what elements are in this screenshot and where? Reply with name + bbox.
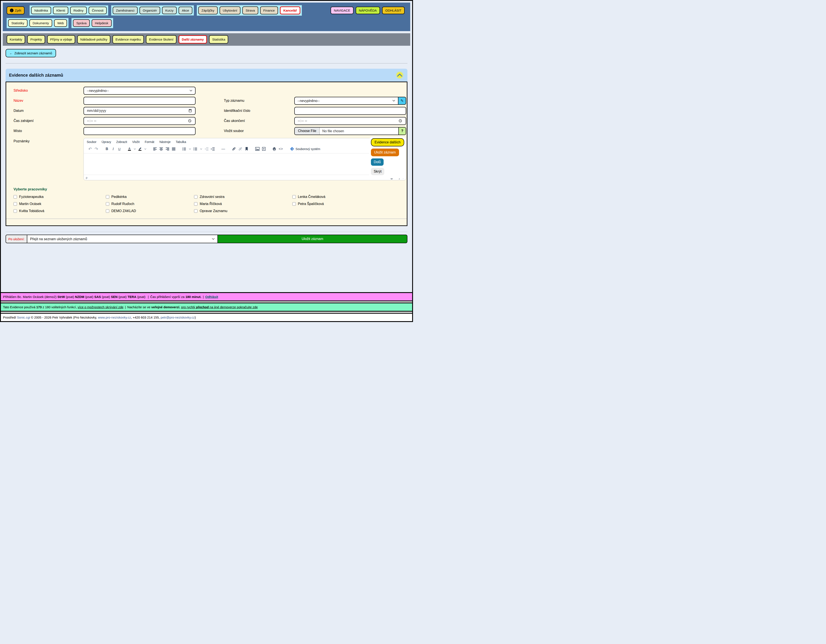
nav-akce[interactable]: Akce xyxy=(179,7,192,14)
misto-input[interactable] xyxy=(84,127,196,135)
quick-skryt-button[interactable]: Skrýt xyxy=(371,168,384,175)
menu-nastroje[interactable]: Nástroje xyxy=(160,140,171,144)
numbered-list-icon[interactable] xyxy=(193,147,197,151)
undo-icon[interactable]: ↶ xyxy=(88,147,92,151)
nav-zamestnanci[interactable]: Zaměstnanci xyxy=(113,7,138,14)
horizontal-rule-icon[interactable]: — xyxy=(221,147,225,151)
hide-functions-link[interactable]: více o možnostech skrývání zde xyxy=(78,305,123,309)
worker-checkbox[interactable] xyxy=(292,195,296,199)
nav-cinnosti[interactable]: Činnosti xyxy=(88,7,107,14)
link-icon[interactable] xyxy=(232,147,236,151)
menu-format[interactable]: Formát xyxy=(145,140,154,144)
worker-checkbox[interactable] xyxy=(194,202,197,206)
text-color-icon[interactable]: A xyxy=(128,147,131,151)
tab-evidence-majetku[interactable]: Evidence majetku xyxy=(112,35,144,43)
after-save-select[interactable]: Přejít na seznam uložených záznamů xyxy=(27,235,217,243)
worker-item[interactable]: Opravar Zaznamu xyxy=(194,209,292,213)
highlight-color-icon[interactable] xyxy=(138,147,141,151)
typ-zaznamu-select[interactable]: --nevyplněno-- xyxy=(295,97,398,104)
menu-zobrazit[interactable]: Zobrazit xyxy=(116,140,127,144)
worker-item[interactable]: Rudolf Ruďoch xyxy=(106,202,194,206)
nav-kancelar-active[interactable]: Kancelář xyxy=(280,6,300,14)
file-help-button[interactable]: ? xyxy=(398,127,406,135)
anchor-bookmark-icon[interactable] xyxy=(245,147,248,151)
align-center-icon[interactable] xyxy=(159,147,163,151)
bold-icon[interactable]: B xyxy=(105,147,109,151)
file-input[interactable] xyxy=(295,127,398,135)
menu-tabulka[interactable]: Tabulka xyxy=(176,140,186,144)
menu-upravy[interactable]: Úpravy xyxy=(101,140,111,144)
unlink-icon[interactable] xyxy=(238,147,242,151)
redo-icon[interactable]: ↷ xyxy=(95,147,98,151)
source-code-icon[interactable]: <> xyxy=(279,147,283,151)
nav-odhlasit[interactable]: ODHLÁSIT xyxy=(382,7,405,14)
nav-web[interactable]: Web xyxy=(54,19,67,27)
align-left-icon[interactable] xyxy=(153,147,157,151)
worker-checkbox[interactable] xyxy=(14,209,17,213)
worker-item[interactable]: Marta Říčková xyxy=(194,202,292,206)
worker-item[interactable]: Fyzioterapeutka xyxy=(14,195,106,199)
show-record-list-button[interactable]: ←Zobrazit seznam záznamů xyxy=(6,49,56,57)
quick-ulozit-zaznam-button[interactable]: Uložit záznam xyxy=(371,149,399,156)
indent-icon[interactable] xyxy=(211,147,215,151)
worker-checkbox[interactable] xyxy=(106,209,109,213)
worker-checkbox[interactable] xyxy=(14,195,17,199)
align-justify-icon[interactable] xyxy=(172,147,175,151)
nav-rodiny[interactable]: Rodiny xyxy=(70,7,87,14)
worker-item[interactable]: Martin Ocásek xyxy=(14,202,106,206)
worker-checkbox[interactable] xyxy=(106,202,109,206)
menu-soubor[interactable]: Soubor xyxy=(87,140,96,144)
worker-item[interactable]: DEMO ZAKLAD xyxy=(106,209,194,213)
worker-checkbox[interactable] xyxy=(194,195,197,199)
worker-item[interactable]: Zdravotní sestra xyxy=(194,195,292,199)
worker-checkbox[interactable] xyxy=(292,202,296,206)
website-link[interactable]: www.pro-neziskovky.cz xyxy=(98,315,131,319)
stredisko-select[interactable]: --nevyplněno-- xyxy=(84,87,195,94)
chevron-down-icon[interactable] xyxy=(200,148,202,150)
nav-dokumenty[interactable]: Dokumenty xyxy=(30,19,52,27)
email-link[interactable]: petr@pro-neziskovky.cz xyxy=(161,315,195,319)
datum-input[interactable] xyxy=(84,107,196,115)
chevron-down-icon[interactable] xyxy=(134,148,136,150)
tab-nakladove-polozky[interactable]: Nákladové položky xyxy=(77,35,110,43)
worker-checkbox[interactable] xyxy=(194,209,197,213)
worker-checkbox[interactable] xyxy=(106,195,109,199)
nav-organizer[interactable]: Organizér xyxy=(140,7,160,14)
logout-link[interactable]: Odhlásit xyxy=(205,295,218,299)
demo-switch-link[interactable]: pro rychlý přechod na jiné demoverze pok… xyxy=(181,305,258,309)
identifikacni-cislo-input[interactable] xyxy=(294,107,406,115)
cas-zahajeni-input[interactable] xyxy=(84,117,196,125)
nav-nastenka[interactable]: Nástěnka xyxy=(31,7,51,14)
quick-evidence-dalsich-button[interactable]: Evidence dalších xyxy=(371,138,404,146)
nav-ubytovani[interactable]: Ubytování xyxy=(220,6,241,14)
nav-kurzy[interactable]: Kurzy xyxy=(162,7,177,14)
insert-media-icon[interactable] xyxy=(262,147,266,151)
menu-vlozit[interactable]: Vložit xyxy=(132,140,140,144)
back-button[interactable]: ←Zpět xyxy=(7,6,25,14)
worker-checkbox[interactable] xyxy=(14,202,17,206)
outdent-icon[interactable] xyxy=(205,147,208,151)
save-record-button[interactable]: Uložit záznam xyxy=(217,234,407,243)
tab-projekty[interactable]: Projekty xyxy=(27,35,45,43)
insert-image-icon[interactable] xyxy=(255,147,259,151)
nav-helpdesk[interactable]: Helpdesk xyxy=(92,19,112,27)
collapse-panel-button[interactable] xyxy=(395,71,404,79)
bullet-list-icon[interactable] xyxy=(182,147,186,151)
nav-finance[interactable]: Finance xyxy=(260,6,278,14)
tab-kontakty[interactable]: Kontakty xyxy=(7,35,25,43)
chevron-down-icon[interactable] xyxy=(144,148,146,150)
align-right-icon[interactable] xyxy=(166,147,169,151)
edit-record-type-button[interactable]: ✎ xyxy=(398,97,406,105)
nazev-input[interactable] xyxy=(84,97,196,105)
quick-dolu-button[interactable]: Dolů xyxy=(371,158,384,166)
worker-item[interactable]: Lenka Čmeláková xyxy=(292,195,406,199)
worker-item[interactable]: Petra Špalíčková xyxy=(292,202,406,206)
tab-dalsi-zaznamy-active[interactable]: Další záznamy xyxy=(179,35,207,43)
chevron-down-icon[interactable] xyxy=(189,148,191,150)
file-system-button[interactable]: Souborový systém xyxy=(290,147,320,151)
nav-sprava[interactable]: Správa xyxy=(73,19,90,27)
worker-item[interactable]: Květa Tobiášová xyxy=(14,209,106,213)
sonic-link[interactable]: Sonic.cgi xyxy=(17,315,30,319)
nav-navigace[interactable]: NAVIGACE xyxy=(331,7,353,14)
worker-item[interactable]: Pedikérka xyxy=(106,195,194,199)
